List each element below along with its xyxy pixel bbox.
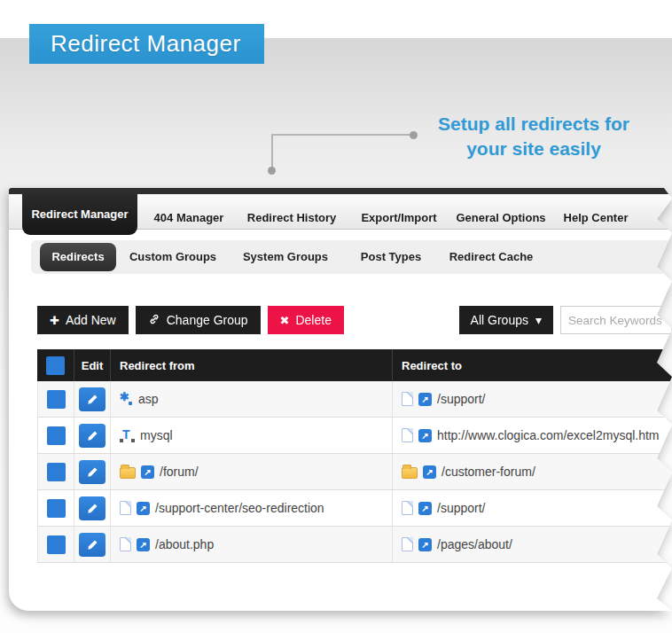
group-filter-value: All Groups (471, 313, 528, 327)
table-body: ✱asp↗/support/Tmysql↗http://www.clogica.… (37, 381, 672, 563)
delete-button[interactable]: ✖ Delete (268, 306, 344, 334)
text-match-icon: T (120, 428, 135, 442)
row-checkbox[interactable] (47, 463, 66, 481)
page-icon (120, 501, 131, 515)
redirect-to-cell: ↗/support/ (393, 381, 672, 417)
link-icon (148, 313, 160, 327)
sub-tab-bar: Redirects Custom Groups System Groups Po… (31, 240, 672, 274)
group-filter-dropdown[interactable]: All Groups ▾ (459, 306, 553, 334)
row-checkbox-cell (37, 381, 74, 417)
callout-line2: your site easily (415, 137, 652, 161)
header-from-label: Redirect from (120, 359, 195, 372)
delete-label: Delete (295, 313, 331, 327)
subtab-redirects[interactable]: Redirects (40, 243, 116, 271)
chevron-down-icon: ▾ (535, 313, 542, 327)
table-row: ↗/forum/↗/customer-forum/ (37, 454, 672, 490)
external-link-icon[interactable]: ↗ (418, 538, 432, 551)
add-new-button[interactable]: ✚ Add New (37, 306, 129, 334)
cross-icon: ✖ (280, 315, 290, 326)
plugin-panel: Redirect Manager 404 Manager Redirect Hi… (9, 188, 672, 611)
row-edit-cell (74, 381, 111, 417)
table-header-row: Edit Redirect from Redirect to (37, 349, 672, 381)
wildcard-icon: ✱ (120, 392, 133, 406)
redirect-to-cell: ↗/pages/about/ (393, 527, 672, 562)
row-edit-cell (74, 527, 111, 562)
callout-connector-dot (268, 167, 276, 175)
page-icon (402, 501, 413, 515)
change-group-button[interactable]: Change Group (136, 306, 261, 334)
redirect-to-cell: ↗http://www.clogica.com/excel2mysql.htm (393, 418, 672, 453)
page-icon (402, 537, 413, 551)
redirect-from-text: /forum/ (160, 465, 199, 479)
external-link-icon[interactable]: ↗ (418, 393, 432, 406)
callout-text: Setup all redirects for your site easily (415, 112, 652, 161)
redirect-from-cell: ↗/about.php (111, 527, 393, 562)
callout-line1: Setup all redirects for (415, 112, 652, 137)
tab-404-manager[interactable]: 404 Manager (131, 200, 246, 236)
redirect-from-cell: Tmysql (111, 418, 393, 453)
redirect-from-cell: ✱asp (111, 381, 393, 417)
select-all-checkbox[interactable] (46, 356, 65, 375)
redirect-to-text: /support/ (437, 501, 485, 515)
header-edit: Edit (74, 349, 111, 381)
redirect-to-cell: ↗/customer-forum/ (393, 454, 672, 489)
external-link-icon[interactable]: ↗ (137, 538, 150, 551)
add-new-label: Add New (66, 313, 116, 327)
external-link-icon[interactable]: ↗ (418, 502, 432, 515)
row-checkbox[interactable] (47, 390, 66, 409)
edit-button[interactable] (79, 533, 105, 557)
row-checkbox-cell (37, 490, 74, 526)
table-row: ✱asp↗/support/ (37, 381, 672, 418)
main-tab-bar: Redirect Manager 404 Manager Redirect Hi… (9, 194, 672, 230)
header-to-label: Redirect to (402, 359, 462, 372)
plus-icon: ✚ (50, 315, 59, 326)
external-link-icon[interactable]: ↗ (423, 465, 436, 479)
external-link-icon[interactable]: ↗ (137, 502, 150, 515)
edit-button[interactable] (79, 496, 105, 520)
external-link-icon[interactable]: ↗ (418, 429, 432, 442)
tab-redirect-history[interactable]: Redirect History (234, 200, 349, 236)
page-title: Redirect Manager (29, 24, 264, 64)
edit-button[interactable] (79, 424, 105, 448)
tab-export-import[interactable]: Export/Import (341, 200, 457, 236)
tab-redirect-manager[interactable]: Redirect Manager (22, 194, 137, 235)
page-icon (402, 428, 413, 442)
subtab-system-groups[interactable]: System Groups (228, 240, 343, 274)
row-checkbox[interactable] (47, 535, 66, 554)
panel-top-strip (9, 188, 672, 194)
folder-icon (120, 467, 136, 479)
search-input[interactable] (560, 306, 672, 334)
page: Redirect Manager Setup all redirects for… (0, 0, 672, 633)
edit-button[interactable] (79, 460, 105, 484)
subtab-redirect-cache[interactable]: Redirect Cache (434, 240, 549, 274)
header-edit-label: Edit (82, 359, 104, 372)
header-redirect-from: Redirect from (111, 349, 393, 381)
redirect-from-text: /support-center/seo-redirection (155, 501, 324, 515)
page-icon (120, 537, 131, 551)
redirect-to-text: http://www.clogica.com/excel2mysql.htm (437, 428, 660, 442)
subtab-post-types[interactable]: Post Types (333, 240, 449, 274)
folder-icon (402, 467, 418, 479)
redirect-from-text: mysql (140, 428, 173, 442)
row-checkbox-cell (37, 454, 74, 489)
toolbar: ✚ Add New Change Group ✖ Delete (37, 306, 672, 334)
callout-connector (271, 134, 414, 136)
row-edit-cell (74, 418, 111, 453)
table-row: ↗/about.php↗/pages/about/ (37, 527, 672, 563)
redirect-to-cell: ↗/support/ (393, 490, 672, 526)
tab-help-center[interactable]: Help Center (538, 200, 653, 236)
redirect-to-text: /customer-forum/ (441, 465, 535, 479)
callout-connector (271, 135, 273, 170)
page-icon (402, 392, 413, 406)
redirect-from-text: /about.php (155, 537, 214, 551)
table-row: ↗/support-center/seo-redirection↗/suppor… (37, 490, 672, 527)
page-title-text: Redirect Manager (51, 30, 241, 58)
row-edit-cell (74, 454, 111, 489)
redirect-from-text: asp (138, 392, 159, 406)
row-checkbox[interactable] (47, 426, 66, 445)
subtab-custom-groups[interactable]: Custom Groups (115, 240, 231, 274)
row-checkbox[interactable] (47, 499, 66, 518)
external-link-icon[interactable]: ↗ (141, 465, 154, 479)
redirect-to-text: /pages/about/ (437, 537, 512, 551)
edit-button[interactable] (79, 387, 105, 411)
